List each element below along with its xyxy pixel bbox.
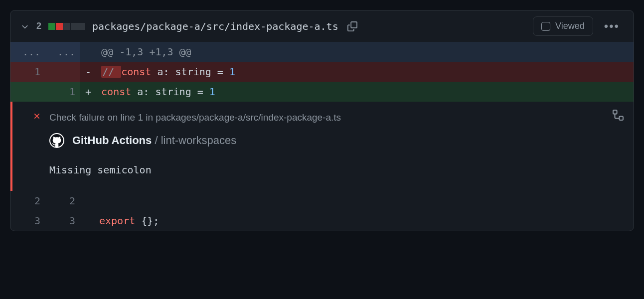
code-content: const a: string = 1: [96, 82, 634, 102]
x-failure-icon: [32, 112, 41, 123]
diffstat-add-square: [48, 23, 55, 30]
copy-path-icon[interactable]: [347, 21, 357, 31]
line-number-old[interactable]: 2: [10, 191, 45, 211]
annotation-summary-row: Check failure on line 1 in packages/pack…: [32, 112, 624, 123]
diffstat-squares: [48, 23, 85, 30]
expand-icon[interactable]: ...: [45, 42, 80, 62]
annotation-app-name[interactable]: GitHub Actions: [72, 134, 152, 147]
file-header: 2 packages/package-a/src/index-package-a…: [10, 10, 634, 42]
viewed-label: Viewed: [555, 21, 585, 31]
line-number-new[interactable]: 1: [45, 82, 80, 102]
line-number-old[interactable]: [10, 82, 45, 102]
annotation-separator: /: [155, 134, 158, 147]
annotation-source: GitHub Actions / lint-workspaces: [49, 133, 624, 148]
annotation-job-name[interactable]: lint-workspaces: [161, 134, 237, 147]
viewed-toggle[interactable]: Viewed: [533, 16, 593, 36]
diffstat-del-square: [56, 23, 63, 30]
hunk-header-text: @@ -1,3 +1,3 @@: [96, 42, 634, 62]
kebab-menu-icon[interactable]: •••: [600, 19, 624, 33]
file-path[interactable]: packages/package-a/src/index-package-a.t…: [92, 20, 338, 32]
line-number-new[interactable]: 2: [45, 191, 80, 211]
line-number-new[interactable]: [45, 62, 80, 82]
line-number-old[interactable]: 1: [10, 62, 45, 82]
diff-line-deletion: 1 - // const a: string = 1: [10, 62, 634, 82]
diff-line-context: 2 2: [10, 191, 634, 211]
diff-table-continued: 2 2 3 3 export {};: [10, 191, 634, 231]
diffstat-neutral-square: [71, 23, 78, 30]
code-content: // const a: string = 1: [96, 62, 634, 82]
annotation-details-icon[interactable]: [613, 110, 624, 123]
expand-icon[interactable]: ...: [10, 42, 45, 62]
line-number-old[interactable]: 3: [10, 211, 45, 231]
diff-marker: -: [80, 62, 96, 82]
check-annotation: Check failure on line 1 in packages/pack…: [10, 102, 634, 191]
github-logo-icon: [49, 133, 64, 148]
diffstat-neutral-square: [78, 23, 85, 30]
line-number-new[interactable]: 3: [45, 211, 80, 231]
diffstat-neutral-square: [63, 23, 70, 30]
change-count: 2: [36, 21, 41, 31]
chevron-down-icon[interactable]: [20, 22, 29, 31]
code-content: export {};: [94, 211, 634, 231]
checkbox-icon: [541, 22, 550, 31]
diff-table: ... ... @@ -1,3 +1,3 @@ 1 - // const a: …: [10, 42, 634, 102]
annotation-summary: Check failure on line 1 in packages/pack…: [49, 112, 341, 123]
hunk-header-row: ... ... @@ -1,3 +1,3 @@: [10, 42, 634, 62]
annotation-message: Missing semicolon: [49, 164, 624, 176]
file-diff-box: 2 packages/package-a/src/index-package-a…: [10, 10, 634, 231]
diff-line-context: 3 3 export {};: [10, 211, 634, 231]
code-content: [94, 191, 634, 211]
diff-marker: +: [80, 82, 96, 102]
diff-line-addition: 1 + const a: string = 1: [10, 82, 634, 102]
